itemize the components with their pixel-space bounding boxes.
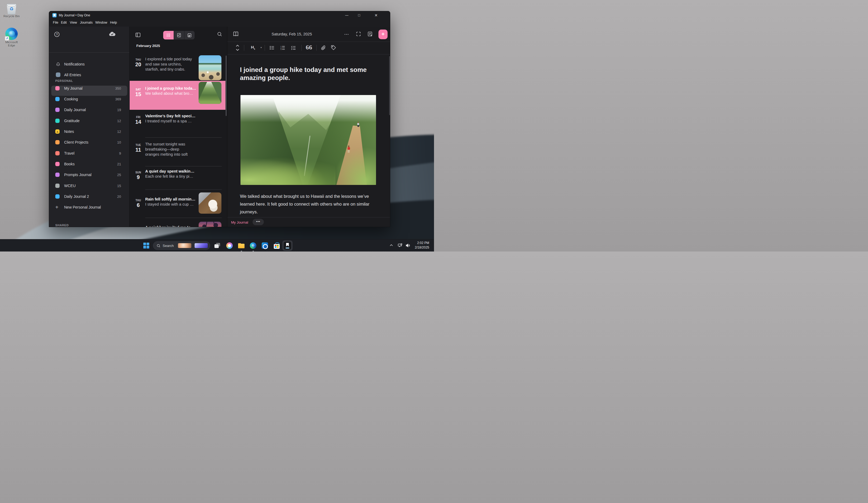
journal-color-chip	[55, 173, 60, 177]
entry-title: A quiet day spent walkin…	[145, 169, 196, 174]
month-header: February 2025	[136, 44, 160, 48]
file-explorer-button[interactable]	[238, 242, 245, 249]
desktop-icon-recycle-bin[interactable]: Recycle Bin	[0, 4, 23, 18]
edge-button[interactable]	[250, 242, 257, 249]
tray-date: 2/18/2025	[415, 245, 429, 250]
entry-date: 14	[133, 119, 143, 125]
help-icon[interactable]: ?	[54, 31, 60, 37]
recycle-bin-label: Recycle Bin	[0, 14, 23, 18]
entry-date: 20	[133, 61, 143, 68]
calendar-view-button[interactable]	[184, 31, 195, 40]
journal-name: Daily Journal 2	[64, 194, 89, 199]
taskbar-search[interactable]: Search	[153, 241, 210, 250]
hiker-man	[357, 122, 359, 127]
entry-journal-label[interactable]: My Journal	[231, 220, 248, 224]
journal-count: 369	[115, 97, 121, 101]
menu-edit[interactable]: Edit	[61, 21, 67, 24]
sidebar-item-journal[interactable]: Books 21	[49, 162, 130, 171]
collapse-expand-icon[interactable]	[235, 44, 240, 51]
svg-text:?: ?	[56, 33, 58, 36]
entry-row[interactable]: THU 20 I explored a tide pool today and …	[130, 55, 226, 81]
tray-clock[interactable]: 2:02 PM 2/18/2025	[415, 241, 429, 250]
more-options-icon[interactable]	[344, 32, 349, 36]
outlook-button[interactable]	[261, 242, 268, 249]
sidebar: ? Notifications All Entries PERSONAL My …	[49, 27, 130, 227]
task-view-icon	[215, 243, 221, 248]
new-note-icon[interactable]	[367, 31, 373, 37]
entry-date: 15	[133, 91, 143, 97]
attachment-icon[interactable]	[321, 45, 326, 51]
heading-level-label: H	[251, 45, 254, 49]
new-entry-button[interactable]: +	[379, 30, 388, 39]
fullscreen-icon[interactable]	[355, 31, 361, 37]
task-view-button[interactable]	[214, 242, 221, 249]
journal-name: Client Projects	[64, 140, 88, 144]
entry-preview: We talked about what bro…	[145, 91, 196, 96]
entry-row-selected[interactable]: SAT 15 I joined a group hike toda… We ta…	[130, 81, 226, 110]
sidebar-item-journal[interactable]: My Journal 350	[49, 86, 130, 95]
microsoft-store-button[interactable]	[273, 242, 280, 249]
window-title: My Journal • Day One	[59, 13, 90, 17]
sidebar-item-journal[interactable]: Gratitude 12	[49, 119, 130, 128]
blockquote-icon[interactable]: 66	[306, 44, 312, 51]
journal-name: Notes	[64, 130, 74, 134]
start-button[interactable]	[143, 242, 150, 249]
menu-bar: File Edit View Journals Window Help	[49, 19, 390, 27]
running-indicator	[241, 251, 242, 252]
minimize-button[interactable]: —	[341, 11, 353, 19]
sidebar-item-journal[interactable]: Daily Journal 2 20	[49, 194, 130, 204]
cloud-sync-icon[interactable]	[109, 31, 116, 37]
tag-icon[interactable]	[331, 45, 336, 50]
journal-count: 12	[117, 119, 121, 123]
media-view-button[interactable]	[174, 31, 184, 40]
sidebar-item-journal[interactable]: Cooking 369	[49, 97, 130, 106]
list-view-button[interactable]	[163, 31, 174, 40]
bullet-list-icon[interactable]	[269, 45, 275, 50]
maximize-button[interactable]: □	[353, 11, 365, 19]
menu-window[interactable]: Window	[95, 21, 107, 24]
all-entries-icon	[56, 72, 60, 77]
entry-date: 11	[133, 147, 143, 153]
entry-more-button[interactable]: •••	[252, 219, 264, 225]
entry-row[interactable]: SUN 9 A quiet day spent walkin… Each one…	[130, 166, 226, 190]
desktop-icon-microsoft-edge[interactable]: Microsoft Edge	[0, 28, 23, 47]
entry-row[interactable]: A neighbor invited me to…	[130, 218, 226, 227]
entry-heading[interactable]: I joined a group hike today and met some…	[240, 66, 379, 82]
menu-file[interactable]: File	[53, 21, 58, 24]
journal-panel-toggle-icon[interactable]	[135, 32, 141, 38]
sidebar-item-journal[interactable]: Travel 9	[49, 151, 130, 160]
menu-help[interactable]: Help	[110, 21, 117, 24]
checklist-icon[interactable]	[291, 45, 296, 50]
entry-photo[interactable]	[240, 95, 376, 185]
sidebar-item-new-personal-journal[interactable]: + New Personal Journal	[49, 205, 130, 214]
entry-thumbnail-valley	[199, 82, 221, 104]
entry-preview: The sunset tonight was	[145, 142, 196, 147]
sidebar-item-journal[interactable]: WCEU 15	[49, 184, 130, 193]
heading-style-dropdown[interactable]: H1 ▼	[251, 44, 265, 51]
search-icon[interactable]	[217, 31, 222, 37]
close-button[interactable]: ✕	[370, 11, 382, 19]
sidebar-item-journal[interactable]: Prompts Journal 25	[49, 173, 130, 182]
menu-view[interactable]: View	[70, 21, 77, 24]
sidebar-item-journal[interactable]: Client Projects 10	[49, 140, 130, 149]
volume-icon[interactable]	[405, 243, 410, 248]
entry-preview: starfish, and tiny crabs.	[145, 67, 196, 72]
entry-row[interactable]: TUE 11 The sunset tonight was breathtaki…	[130, 138, 226, 166]
entry-row[interactable]: THU 6 Rain fell softly all mornin… I sta…	[130, 190, 226, 218]
editor-scrollbar[interactable]	[389, 56, 390, 115]
list-scrollbar[interactable]	[226, 55, 227, 116]
numbered-list-icon[interactable]: 1 2 3	[280, 45, 286, 50]
network-icon[interactable]	[397, 243, 403, 248]
tray-chevron-up-icon[interactable]	[389, 243, 393, 247]
sidebar-item-journal[interactable]: Notes 12	[49, 130, 130, 138]
header-divider	[227, 42, 390, 42]
book-view-icon[interactable]	[233, 31, 239, 37]
sidebar-item-notifications[interactable]: Notifications	[56, 61, 128, 70]
copilot-button[interactable]	[226, 242, 233, 249]
sidebar-item-journal[interactable]: Daily Journal 19	[49, 107, 130, 117]
entry-paragraph[interactable]: We talked about what brought us to Hawai…	[240, 193, 378, 216]
journal-color-chip	[55, 140, 60, 144]
menu-journals[interactable]: Journals	[80, 21, 93, 24]
day-one-taskbar-button[interactable]	[282, 240, 292, 251]
entry-row[interactable]: FRI 14 Valentine’s Day felt speci… I tre…	[130, 110, 226, 138]
